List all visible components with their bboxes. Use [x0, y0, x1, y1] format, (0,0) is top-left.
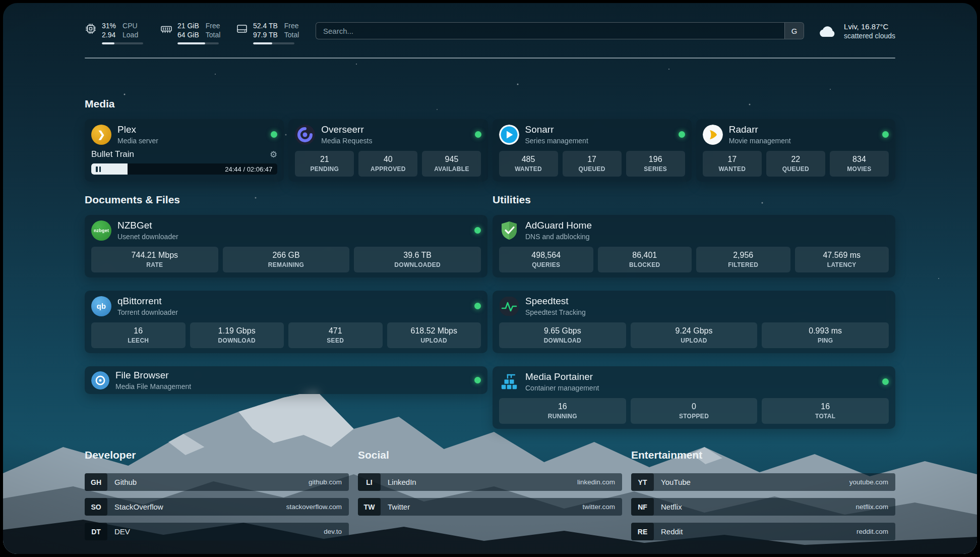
stat-label: RATE — [93, 261, 216, 268]
bookmark-stackoverflow[interactable]: SO StackOverflow stackoverflow.com — [85, 498, 349, 516]
stat-label: SERIES — [628, 165, 683, 173]
search-input[interactable] — [316, 27, 784, 35]
bookmark-github[interactable]: GH Github github.com — [85, 473, 349, 491]
filebrowser-icon — [91, 371, 109, 389]
bookmark-youtube[interactable]: YT YouTube youtube.com — [631, 473, 895, 491]
screenshot-frame: 31% 2.94 CPU Load — [0, 0, 980, 557]
stat-label: LEECH — [93, 337, 183, 344]
dashboard-screen: 31% 2.94 CPU Load — [3, 3, 977, 554]
app-subtitle: Usenet downloader — [117, 233, 178, 241]
stat-box: 0 STOPPED — [631, 398, 758, 424]
bookmark-reddit[interactable]: RE Reddit reddit.com — [631, 523, 895, 540]
cpu-stat-body: 31% 2.94 CPU Load — [102, 21, 143, 44]
nzbget-icon: nzbget — [91, 220, 111, 241]
stat-label: UPLOAD — [633, 337, 756, 344]
bookmark-twitter[interactable]: TW Twitter twitter.com — [358, 498, 622, 516]
section-title-entertainment: Entertainment — [631, 449, 895, 461]
disk-total-label: Total — [284, 30, 299, 39]
disk-stat: 52.4 TB 97.9 TB Free Total — [236, 21, 303, 44]
status-dot — [882, 131, 889, 138]
app-card-qbittorrent[interactable]: qb qBittorrent Torrent downloader 16 LEE… — [85, 291, 487, 353]
cpu-usage-label: CPU — [122, 21, 138, 30]
stat-value: 196 — [628, 155, 683, 164]
app-subtitle: Torrent downloader — [117, 308, 178, 316]
cloud-icon — [818, 24, 837, 38]
stat-value: 17 — [705, 155, 760, 164]
stat-value: 16 — [93, 326, 183, 336]
app-card-adguard[interactable]: AdGuard Home DNS and adblocking 498,564 … — [493, 215, 895, 277]
stat-value: 485 — [501, 155, 556, 164]
stat-value: 86,401 — [600, 251, 690, 260]
stat-label: APPROVED — [360, 165, 415, 173]
stat-box: 9.65 Gbps DOWNLOAD — [499, 322, 626, 348]
bookmark-netflix[interactable]: NF Netflix netflix.com — [631, 498, 895, 516]
stat-box: 0.993 ms PING — [762, 322, 889, 348]
playback-progress-bar[interactable]: 24:44 / 02:06:47 — [91, 163, 277, 175]
bookmark-url: youtube.com — [849, 478, 888, 486]
ram-progress-bar — [177, 42, 219, 44]
ram-stat: 21 GiB 64 GiB Free Total — [160, 21, 228, 44]
section-title-media: Media — [85, 98, 895, 110]
stat-value: 744.21 Mbps — [93, 251, 216, 260]
bookmark-abbr: DT — [85, 523, 107, 540]
app-subtitle: Movie management — [729, 137, 791, 145]
stat-value: 266 GB — [225, 251, 348, 260]
stat-box: 485 WANTED — [499, 151, 558, 177]
bookmark-abbr: TW — [358, 498, 381, 516]
media-card-grid: ❯ Plex Media server Bullet Train ⚙ 24:44… — [85, 119, 895, 182]
stat-box: 17 QUEUED — [563, 151, 622, 177]
stat-label: RUNNING — [501, 413, 624, 420]
stat-value: 9.65 Gbps — [501, 326, 624, 336]
bookmark-linkedin[interactable]: LI LinkedIn linkedin.com — [358, 473, 622, 491]
top-bar: 31% 2.94 CPU Load — [85, 21, 895, 44]
stat-label: WANTED — [705, 165, 760, 173]
app-name: qBittorrent — [117, 296, 178, 307]
now-playing-title: Bullet Train — [91, 149, 134, 159]
settings-gear-icon[interactable]: ⚙ — [270, 150, 277, 159]
stat-label: LATENCY — [797, 261, 887, 268]
stat-box: 196 SERIES — [626, 151, 685, 177]
app-card-filebrowser[interactable]: File Browser Media File Management — [85, 366, 487, 394]
stat-box: 834 MOVIES — [830, 151, 889, 177]
bookmark-url: github.com — [309, 478, 342, 486]
stat-box: 9.24 Gbps UPLOAD — [631, 322, 758, 348]
app-name: Plex — [117, 124, 158, 135]
stat-value: 0.993 ms — [764, 326, 887, 336]
bookmark-name: Twitter — [388, 503, 410, 511]
app-card-sonarr[interactable]: Sonarr Series management 485 WANTED 17 Q… — [493, 119, 692, 182]
disk-icon — [236, 23, 248, 35]
bookmarks-developer: Developer GH Github github.com SO StackO… — [85, 449, 349, 547]
pause-icon[interactable] — [96, 166, 101, 172]
stat-value: 945 — [424, 155, 479, 164]
bookmark-url: reddit.com — [856, 528, 888, 535]
bookmark-abbr: NF — [631, 498, 654, 516]
playback-time: 24:44 / 02:06:47 — [225, 165, 277, 173]
app-card-portainer[interactable]: Media Portainer Container management 16 … — [493, 366, 895, 429]
stat-label: SEED — [290, 337, 381, 344]
bookmarks-section: Developer GH Github github.com SO StackO… — [85, 449, 895, 547]
bookmark-url: dev.to — [324, 528, 342, 535]
stat-value: 17 — [565, 155, 620, 164]
app-card-nzbget[interactable]: nzbget NZBGet Usenet downloader 744.21 M… — [85, 215, 487, 277]
cpu-stat: 31% 2.94 CPU Load — [85, 21, 152, 44]
bookmark-name: YouTube — [661, 478, 691, 486]
system-stats: 31% 2.94 CPU Load — [85, 21, 303, 44]
stat-box: 744.21 Mbps RATE — [91, 247, 218, 272]
app-card-overseerr[interactable]: Overseerr Media Requests 21 PENDING 40 A… — [288, 119, 487, 182]
app-name: AdGuard Home — [525, 220, 592, 231]
stat-value: 39.6 TB — [356, 251, 479, 260]
bookmarks-entertainment: Entertainment YT YouTube youtube.com NF … — [631, 449, 895, 547]
app-name: Radarr — [729, 124, 791, 135]
stat-label: PING — [764, 337, 887, 344]
bookmark-name: Github — [114, 478, 137, 486]
app-card-radarr[interactable]: Radarr Movie management 17 WANTED 22 QUE… — [696, 119, 895, 182]
bookmark-name: LinkedIn — [388, 478, 416, 486]
app-card-plex[interactable]: ❯ Plex Media server Bullet Train ⚙ 24:44… — [85, 119, 284, 182]
app-card-speedtest[interactable]: Speedtest Speedtest Tracking 9.65 Gbps D… — [493, 291, 895, 353]
disk-stat-body: 52.4 TB 97.9 TB Free Total — [253, 21, 299, 44]
bookmark-abbr: LI — [358, 473, 381, 491]
search-engine-button[interactable]: G — [784, 23, 804, 39]
qbittorrent-icon: qb — [91, 296, 111, 316]
stat-box: 945 AVAILABLE — [422, 151, 481, 177]
bookmark-dev[interactable]: DT DEV dev.to — [85, 523, 349, 540]
